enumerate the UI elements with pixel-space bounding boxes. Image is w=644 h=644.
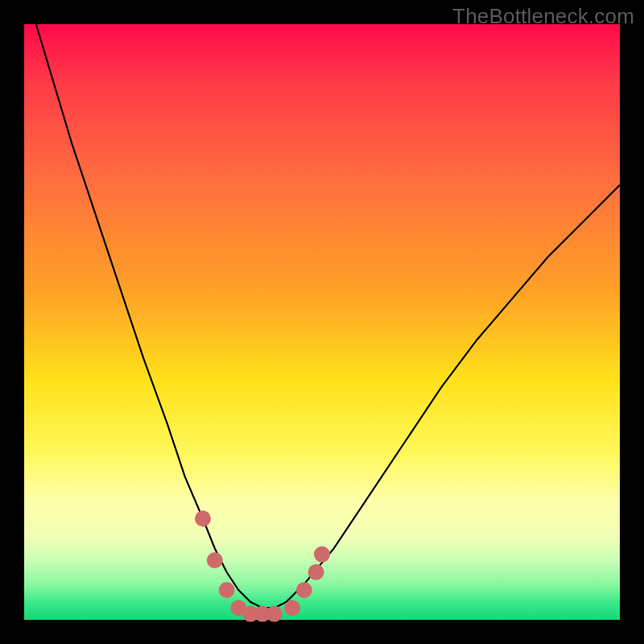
marker-dot <box>207 552 223 568</box>
bottleneck-curve <box>36 24 620 608</box>
chart-frame: TheBottleneck.com <box>0 0 644 644</box>
plot-area <box>24 24 620 620</box>
marker-dot <box>195 510 211 526</box>
watermark-text: TheBottleneck.com <box>452 4 634 29</box>
marker-dot <box>308 564 324 580</box>
curve-svg <box>24 24 620 620</box>
marker-dot <box>284 600 300 616</box>
optimal-region-markers <box>195 510 330 621</box>
marker-dot <box>266 606 283 622</box>
marker-dot <box>314 547 330 563</box>
marker-dot <box>219 582 235 598</box>
marker-dot <box>296 582 312 598</box>
